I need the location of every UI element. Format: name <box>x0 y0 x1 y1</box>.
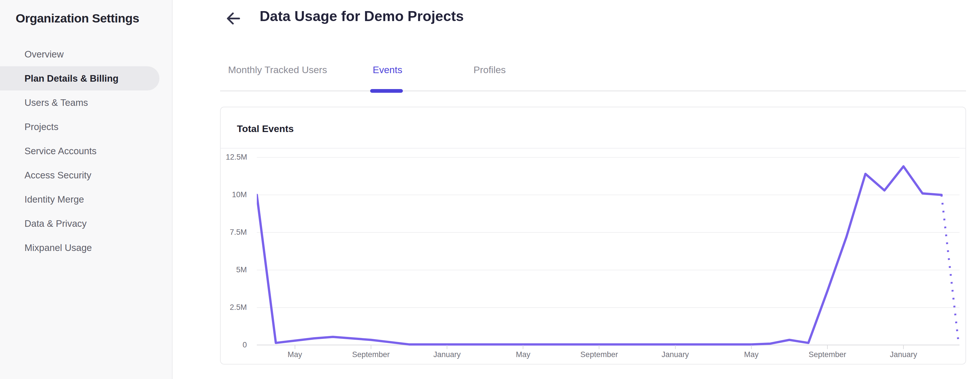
y-axis-label: 7.5M <box>226 228 247 237</box>
x-axis-label: May <box>288 350 302 359</box>
sidebar-item-projects[interactable]: Projects <box>0 115 172 139</box>
card-title: Total Events <box>237 123 294 134</box>
y-axis-label: 2.5M <box>226 303 247 312</box>
sidebar-item-overview[interactable]: Overview <box>0 42 172 66</box>
total-events-line-chart <box>257 154 959 348</box>
x-axis-label: May <box>744 350 759 359</box>
x-axis-label: January <box>433 350 461 359</box>
y-axis-label: 5M <box>226 265 247 274</box>
left-arrow-icon <box>224 24 243 29</box>
card-header-divider <box>221 148 966 149</box>
y-axis-label: 0 <box>226 341 247 349</box>
x-axis-label: September <box>808 350 846 359</box>
tab-profiles[interactable]: Profiles <box>474 64 506 75</box>
x-axis-label: September <box>580 350 618 359</box>
y-axis-label: 12.5M <box>226 153 247 162</box>
sidebar: Organization Settings Overview Plan Deta… <box>0 0 173 379</box>
events-line-projected <box>942 195 959 344</box>
y-axis-label: 10M <box>226 190 247 199</box>
page-title: Data Usage for Demo Projects <box>260 8 464 24</box>
sidebar-item-data-privacy[interactable]: Data & Privacy <box>0 211 172 236</box>
active-tab-indicator <box>370 89 403 93</box>
x-axis-label: May <box>516 350 530 359</box>
tabs: Monthly Tracked Users Events Profiles <box>220 60 966 91</box>
sidebar-item-identity-merge[interactable]: Identity Merge <box>0 187 172 211</box>
tab-monthly-tracked-users[interactable]: Monthly Tracked Users <box>228 64 327 75</box>
sidebar-item-plan-details-billing[interactable]: Plan Details & Billing <box>0 66 159 90</box>
total-events-card: Total Events 12.5M10M7.5M5M2.5M0 MaySept… <box>220 107 966 365</box>
x-axis-label: January <box>890 350 917 359</box>
events-line-solid <box>257 167 942 344</box>
tab-events[interactable]: Events <box>373 64 402 75</box>
x-axis-label: September <box>352 350 390 359</box>
sidebar-item-users-teams[interactable]: Users & Teams <box>0 90 172 115</box>
sidebar-item-service-accounts[interactable]: Service Accounts <box>0 139 172 163</box>
back-button[interactable] <box>224 9 243 28</box>
sidebar-title: Organization Settings <box>16 11 139 25</box>
sidebar-item-access-security[interactable]: Access Security <box>0 163 172 187</box>
sidebar-nav: Overview Plan Details & Billing Users & … <box>0 42 172 260</box>
sidebar-item-mixpanel-usage[interactable]: Mixpanel Usage <box>0 236 172 260</box>
x-axis-label: January <box>662 350 689 359</box>
